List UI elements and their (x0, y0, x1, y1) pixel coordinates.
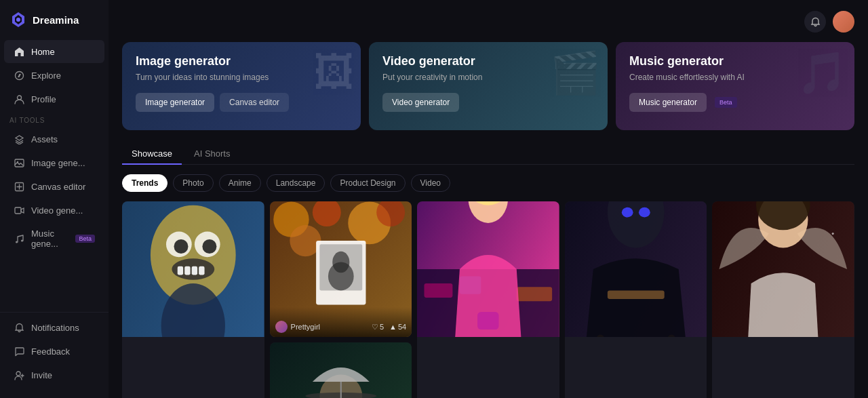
svg-point-13 (16, 372, 20, 376)
gallery-saves-2: ▲ 54 (389, 323, 406, 332)
gallery-stats-2: ♡ 5 ▲ 54 (372, 323, 406, 332)
music-beta-badge: Beta (715, 97, 737, 108)
sidebar-item-notifications[interactable]: Notifications (4, 316, 104, 339)
sidebar: Dreamina Home Explore (0, 0, 108, 398)
sidebar-item-feedback[interactable]: Feedback (4, 340, 104, 363)
canvas-editor-button[interactable]: Canvas editor (220, 93, 289, 112)
tab-showcase[interactable]: Showcase (122, 144, 182, 165)
video-generator-button[interactable]: Video generator (382, 93, 459, 112)
filter-video[interactable]: Video (411, 174, 450, 192)
music-generator-card[interactable]: 🎵 Music generator Create music effortles… (616, 42, 854, 130)
message-icon (14, 346, 24, 357)
gallery-username-2: Prettygirl (291, 323, 320, 331)
card-video-buttons: Video generator (382, 93, 594, 112)
image-generator-button[interactable]: Image generator (136, 93, 214, 112)
sidebar-item-image-gen[interactable]: Image gene... (4, 151, 104, 174)
svg-point-63 (832, 233, 834, 235)
gallery-item-5[interactable]: Poppy ♡ 46 ▲ 447 (712, 201, 854, 398)
image-icon (14, 157, 24, 168)
svg-rect-38 (425, 283, 453, 298)
gallery-item-6[interactable] (270, 342, 412, 398)
notifications-button[interactable] (804, 11, 826, 33)
gallery-item-1[interactable]: dira ♡ 24 ▲ 184 (122, 201, 264, 398)
svg-point-35 (328, 262, 354, 291)
svg-point-2 (16, 18, 20, 22)
logo[interactable]: Dreamina (0, 8, 108, 39)
sidebar-item-canvas[interactable]: Canvas editor (4, 175, 104, 198)
svg-rect-40 (517, 287, 552, 301)
sidebar-item-assets[interactable]: Assets (4, 127, 104, 151)
svg-point-5 (17, 96, 21, 100)
home-icon (14, 46, 24, 57)
card-music-subtitle: Create music effortlessly with AI (629, 73, 841, 82)
svg-rect-25 (199, 266, 204, 275)
card-image-subtitle: Turn your ideas into stunning images (136, 73, 347, 82)
sidebar-item-video-gen[interactable]: Video gene... (4, 199, 104, 222)
svg-rect-22 (178, 266, 183, 275)
card-video-title: Video generator (382, 54, 594, 68)
beta-badge: Beta (75, 235, 95, 243)
gallery: dira ♡ 24 ▲ 184 (122, 201, 854, 398)
ai-tools-label: AI tools (0, 111, 108, 127)
svg-point-19 (174, 239, 189, 254)
svg-rect-54 (608, 290, 665, 299)
music-icon (14, 233, 24, 244)
sidebar-item-home[interactable]: Home (4, 40, 104, 63)
cards-row: 🖼 Image generator Turn your ideas into s… (122, 42, 854, 130)
tabs-row: Showcase AI Shorts (122, 144, 854, 165)
filter-landscape[interactable]: Landscape (267, 174, 326, 192)
user-icon (14, 94, 24, 104)
card-video-subtitle: Put your creativity in motion (382, 73, 594, 82)
svg-rect-23 (184, 266, 190, 275)
svg-marker-6 (16, 136, 23, 140)
svg-rect-43 (477, 312, 498, 330)
svg-marker-4 (18, 74, 21, 77)
filter-anime[interactable]: Anime (219, 174, 261, 192)
filter-row: Trends Photo Anime Landscape Product Des… (122, 174, 854, 192)
svg-point-52 (622, 207, 633, 218)
app-name: Dreamina (33, 14, 79, 26)
filter-photo[interactable]: Photo (173, 174, 213, 192)
filter-product-design[interactable]: Product Design (330, 174, 405, 192)
card-image-buttons: Image generator Canvas editor (136, 93, 347, 112)
sidebar-item-explore[interactable]: Explore (4, 64, 104, 87)
video-generator-card[interactable]: 🎬 Video generator Put your creativity in… (369, 42, 608, 130)
filter-trends[interactable]: Trends (122, 174, 167, 192)
sidebar-item-invite[interactable]: Invite (4, 363, 104, 386)
tab-ai-shorts[interactable]: AI Shorts (184, 144, 239, 165)
video-icon (14, 205, 24, 216)
header (122, 11, 854, 33)
gallery-user-2: Prettygirl (275, 321, 320, 333)
svg-point-12 (21, 239, 23, 241)
gallery-item-2[interactable]: Prettygirl ♡ 5 ▲ 54 (270, 201, 412, 337)
gallery-footer-2: Prettygirl ♡ 5 ▲ 54 (270, 307, 412, 337)
gallery-likes-2: ♡ 5 (372, 323, 384, 332)
nav-main: Home Explore Profile AI tools (0, 39, 108, 312)
sidebar-item-profile[interactable]: Profile (4, 87, 104, 111)
card-music-title: Music generator (629, 54, 841, 68)
bell-icon (14, 322, 24, 333)
user-plus-icon (14, 370, 24, 380)
svg-point-11 (16, 241, 18, 243)
music-generator-button[interactable]: Music generator (629, 93, 707, 112)
card-music-buttons: Music generator Beta (629, 93, 841, 112)
gallery-item-3[interactable] (417, 201, 559, 398)
svg-rect-10 (15, 207, 21, 214)
compass-icon (14, 70, 24, 81)
svg-point-20 (202, 239, 216, 254)
sidebar-item-music-gen[interactable]: Music gene... Beta (4, 222, 104, 255)
gallery-avatar-2 (275, 321, 288, 333)
image-generator-card[interactable]: 🖼 Image generator Turn your ideas into s… (122, 42, 361, 130)
main-content: 🖼 Image generator Turn your ideas into s… (108, 0, 868, 398)
avatar[interactable] (833, 11, 854, 33)
gallery-item-4[interactable] (565, 201, 707, 398)
canvas-icon (14, 181, 24, 192)
sidebar-bottom: Notifications Feedback Invite (0, 312, 108, 390)
svg-rect-24 (192, 266, 197, 275)
layers-icon (14, 134, 24, 144)
svg-point-53 (639, 207, 650, 218)
card-image-title: Image generator (136, 54, 347, 68)
